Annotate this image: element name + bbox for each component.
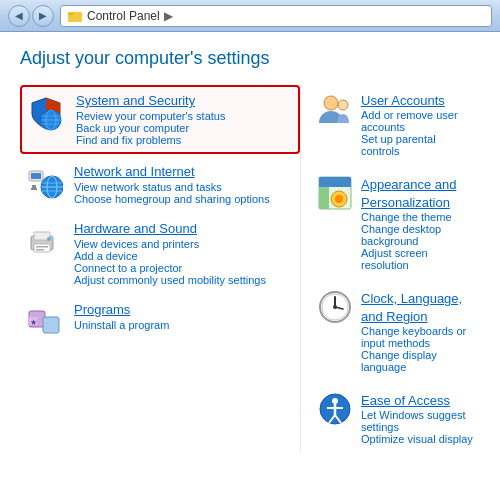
hardware-sound-item: Hardware and Sound View devices and prin… bbox=[20, 215, 300, 292]
svg-rect-23 bbox=[43, 317, 59, 333]
left-column: System and Security Review your computer… bbox=[20, 85, 300, 451]
svg-rect-20 bbox=[36, 249, 44, 251]
ease-access-item: Ease of Access Let Windows suggest setti… bbox=[313, 385, 480, 451]
devices-printers-link[interactable]: View devices and printers bbox=[74, 238, 296, 250]
network-status-link[interactable]: View network status and tasks bbox=[74, 181, 296, 193]
appearance-icon bbox=[317, 175, 353, 211]
network-icon bbox=[24, 164, 64, 204]
ease-icon bbox=[317, 391, 353, 427]
address-text: Control Panel bbox=[87, 9, 160, 23]
homegroup-link[interactable]: Choose homegroup and sharing options bbox=[74, 193, 296, 205]
programs-text: Programs Uninstall a program bbox=[74, 302, 296, 331]
svg-rect-18 bbox=[34, 244, 50, 252]
svg-rect-19 bbox=[36, 246, 48, 248]
clock-text: Clock, Language, and Region Change keybo… bbox=[361, 289, 476, 373]
keyboard-link[interactable]: Change keyboards or input methods bbox=[361, 325, 476, 349]
svg-rect-8 bbox=[31, 173, 41, 179]
svg-point-27 bbox=[338, 100, 348, 110]
optimize-visual-link[interactable]: Optimize visual display bbox=[361, 433, 476, 445]
title-bar: ◀ ▶ Control Panel ▶ bbox=[0, 0, 500, 32]
resolution-link[interactable]: Adjust screen resolution bbox=[361, 247, 476, 271]
system-security-item: System and Security Review your computer… bbox=[20, 85, 300, 154]
user-accounts-text: User Accounts Add or remove user account… bbox=[361, 91, 476, 157]
svg-rect-9 bbox=[32, 185, 36, 188]
programs-title[interactable]: Programs bbox=[74, 302, 296, 317]
uninstall-link[interactable]: Uninstall a program bbox=[74, 319, 296, 331]
clock-title[interactable]: Clock, Language, and Region bbox=[361, 291, 462, 324]
ease-text: Ease of Access Let Windows suggest setti… bbox=[361, 391, 476, 445]
backup-link[interactable]: Back up your computer bbox=[76, 122, 294, 134]
forward-button[interactable]: ▶ bbox=[32, 5, 54, 27]
desktop-bg-link[interactable]: Change desktop background bbox=[361, 223, 476, 247]
network-title[interactable]: Network and Internet bbox=[74, 164, 296, 179]
svg-point-37 bbox=[333, 305, 337, 309]
mobility-link[interactable]: Adjust commonly used mobility settings bbox=[74, 274, 296, 286]
system-security-text: System and Security Review your computer… bbox=[76, 93, 294, 146]
main-window: ◀ ▶ Control Panel ▶ Adjust your computer… bbox=[0, 0, 500, 500]
appearance-text: Appearance and Personalization Change th… bbox=[361, 175, 476, 271]
appearance-title[interactable]: Appearance and Personalization bbox=[361, 177, 456, 210]
hardware-icon bbox=[24, 221, 64, 261]
system-security-title[interactable]: System and Security bbox=[76, 93, 294, 108]
content-area: Adjust your computer's settings bbox=[0, 32, 500, 500]
svg-point-26 bbox=[324, 96, 338, 110]
svg-point-32 bbox=[335, 195, 343, 203]
categories-container: System and Security Review your computer… bbox=[20, 85, 480, 451]
theme-link[interactable]: Change the theme bbox=[361, 211, 476, 223]
hardware-sound-text: Hardware and Sound View devices and prin… bbox=[74, 221, 296, 286]
right-column: User Accounts Add or remove user account… bbox=[300, 85, 480, 451]
network-internet-item: Network and Internet View network status… bbox=[20, 158, 300, 211]
parental-link[interactable]: Set up parental controls bbox=[361, 133, 476, 157]
svg-point-39 bbox=[332, 398, 338, 404]
svg-rect-10 bbox=[31, 188, 37, 190]
system-security-icon bbox=[26, 93, 66, 133]
add-user-link[interactable]: Add or remove user accounts bbox=[361, 109, 476, 133]
user-accounts-title[interactable]: User Accounts bbox=[361, 93, 445, 108]
ease-title[interactable]: Ease of Access bbox=[361, 393, 450, 408]
clock-icon bbox=[317, 289, 353, 325]
display-lang-link[interactable]: Change display language bbox=[361, 349, 476, 373]
back-button[interactable]: ◀ bbox=[8, 5, 30, 27]
address-bar[interactable]: Control Panel ▶ bbox=[60, 5, 492, 27]
svg-rect-29 bbox=[319, 177, 351, 187]
user-accounts-item: User Accounts Add or remove user account… bbox=[313, 85, 480, 163]
programs-item: ★ Programs Uninstall a program bbox=[20, 296, 300, 348]
network-internet-text: Network and Internet View network status… bbox=[74, 164, 296, 205]
address-arrow: ▶ bbox=[164, 9, 173, 23]
svg-rect-30 bbox=[319, 187, 329, 209]
appearance-item: Appearance and Personalization Change th… bbox=[313, 169, 480, 277]
add-device-link[interactable]: Add a device bbox=[74, 250, 296, 262]
svg-text:★: ★ bbox=[30, 318, 37, 327]
page-title: Adjust your computer's settings bbox=[20, 48, 480, 69]
projector-link[interactable]: Connect to a projector bbox=[74, 262, 296, 274]
clock-item: Clock, Language, and Region Change keybo… bbox=[313, 283, 480, 379]
programs-icon: ★ bbox=[24, 302, 64, 342]
review-status-link[interactable]: Review your computer's status bbox=[76, 110, 294, 122]
hardware-title[interactable]: Hardware and Sound bbox=[74, 221, 296, 236]
folder-icon bbox=[67, 8, 83, 24]
svg-rect-1 bbox=[68, 13, 74, 15]
fix-problems-link[interactable]: Find and fix problems bbox=[76, 134, 294, 146]
user-accounts-icon bbox=[317, 91, 353, 127]
svg-point-21 bbox=[47, 237, 51, 241]
suggest-settings-link[interactable]: Let Windows suggest settings bbox=[361, 409, 476, 433]
